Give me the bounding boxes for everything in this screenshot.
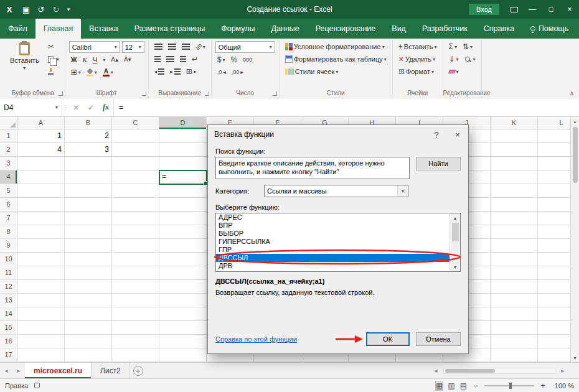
- hscroll-track[interactable]: [443, 368, 555, 374]
- cell-D10[interactable]: [159, 253, 207, 266]
- paste-button[interactable]: Вставить ▾: [5, 41, 44, 72]
- cell-K7[interactable]: [491, 212, 538, 225]
- zoom-slider-thumb[interactable]: [509, 383, 512, 389]
- cell-C15[interactable]: [112, 321, 159, 335]
- row-header-1[interactable]: 1: [0, 129, 17, 143]
- cell-K15[interactable]: [491, 321, 538, 335]
- vertical-scroll-thumb[interactable]: [573, 127, 578, 183]
- percent-style-button[interactable]: %: [228, 54, 239, 65]
- cell-K16[interactable]: [491, 335, 538, 348]
- share-button[interactable]: Общий доступ: [577, 19, 579, 39]
- find-button[interactable]: Найти: [416, 157, 461, 170]
- function-option[interactable]: ГПР: [216, 246, 450, 254]
- borders-button[interactable]: ⊞▾: [69, 67, 83, 78]
- cell-C2[interactable]: [112, 143, 159, 157]
- row-header-13[interactable]: 13: [0, 294, 17, 307]
- insert-function-icon[interactable]: fx: [98, 98, 113, 116]
- row-header-14[interactable]: 14: [0, 307, 17, 321]
- cell-B11[interactable]: [65, 266, 112, 280]
- clear-button[interactable]: ▾: [447, 66, 461, 77]
- merge-center-button[interactable]: ⊞▾: [184, 66, 198, 77]
- column-header-D[interactable]: D: [159, 117, 207, 129]
- cell-D2[interactable]: [159, 143, 207, 157]
- tab-file[interactable]: Файл: [0, 19, 35, 39]
- function-option[interactable]: АДРЕС: [216, 213, 450, 222]
- function-option[interactable]: ВЫБОР: [216, 230, 450, 238]
- cell-A11[interactable]: [17, 266, 65, 280]
- cell-K4[interactable]: [491, 170, 538, 184]
- align-middle-button[interactable]: [166, 41, 178, 52]
- hscroll-thumb[interactable]: [445, 369, 495, 373]
- cell-D14[interactable]: [159, 307, 207, 321]
- cell-B8[interactable]: [65, 225, 112, 239]
- vertical-scrollbar[interactable]: ▲ ▼: [570, 117, 579, 362]
- align-bottom-button[interactable]: [180, 41, 192, 52]
- category-select[interactable]: Ссылки и массивы ▾: [264, 185, 408, 197]
- tab-data[interactable]: Данные: [263, 19, 308, 39]
- function-option[interactable]: ВПР: [216, 222, 450, 230]
- cell-C16[interactable]: [112, 335, 159, 348]
- tab-formulas[interactable]: Формулы: [213, 19, 263, 39]
- cell-D16[interactable]: [159, 335, 207, 348]
- cell-C8[interactable]: [112, 225, 159, 239]
- cut-button[interactable]: ✂: [46, 41, 61, 52]
- dialog-close-icon[interactable]: ×: [447, 125, 468, 144]
- cell-A6[interactable]: [17, 198, 65, 212]
- cell-K17[interactable]: [491, 348, 538, 362]
- italic-button[interactable]: К: [81, 54, 89, 65]
- decrease-font-button[interactable]: А▾: [122, 54, 133, 65]
- find-select-button[interactable]: ▾: [463, 54, 478, 65]
- cell-B12[interactable]: [65, 280, 112, 294]
- hscroll-right-icon[interactable]: ▸: [557, 367, 569, 374]
- cell-D1[interactable]: [159, 129, 207, 143]
- customize-quick-access-icon[interactable]: ▾: [64, 0, 73, 19]
- cell-K1[interactable]: [491, 129, 538, 143]
- increase-font-button[interactable]: А▴: [109, 54, 120, 65]
- dialog-title-bar[interactable]: Вставка функции ? ×: [208, 125, 468, 144]
- tab-home[interactable]: Главная: [35, 19, 82, 39]
- function-option-selected[interactable]: ДВССЫЛ: [216, 254, 450, 262]
- underline-button[interactable]: Ч: [91, 54, 99, 65]
- cell-A14[interactable]: [17, 307, 65, 321]
- tab-view[interactable]: Вид: [384, 19, 414, 39]
- horizontal-scrollbar[interactable]: ◂ ▸: [430, 363, 579, 378]
- sheet-tab-microexcel[interactable]: microexcel.ru: [25, 363, 92, 378]
- cell-D6[interactable]: [159, 198, 207, 212]
- function-help-link[interactable]: Справка по этой функции: [215, 335, 297, 343]
- cell-A12[interactable]: [17, 280, 65, 294]
- cell-C9[interactable]: [112, 239, 159, 253]
- row-header-3[interactable]: 3: [0, 157, 17, 170]
- cell-K12[interactable]: [491, 280, 538, 294]
- align-left-button[interactable]: [153, 54, 162, 65]
- cell-C1[interactable]: [112, 129, 159, 143]
- cell-C4[interactable]: [112, 170, 159, 184]
- increase-indent-button[interactable]: ▸: [168, 66, 182, 77]
- cell-C5[interactable]: [112, 184, 159, 198]
- redo-icon[interactable]: ↻: [49, 0, 64, 19]
- cell-B13[interactable]: [65, 294, 112, 307]
- row-header-4[interactable]: 4: [0, 170, 17, 184]
- cell-A8[interactable]: [17, 225, 65, 239]
- cell-D7[interactable]: [159, 212, 207, 225]
- cell-C17[interactable]: [112, 348, 159, 362]
- normal-view-icon[interactable]: ▦: [436, 381, 443, 390]
- row-header-6[interactable]: 6: [0, 198, 17, 212]
- comma-style-button[interactable]: 000: [241, 54, 254, 65]
- cell-C3[interactable]: [112, 157, 159, 170]
- page-break-view-icon[interactable]: ▤: [460, 381, 467, 390]
- cancel-entry-icon[interactable]: ✕: [68, 98, 83, 116]
- scroll-down-icon[interactable]: ▼: [573, 353, 577, 362]
- cell-B10[interactable]: [65, 253, 112, 266]
- ok-button[interactable]: OK: [366, 332, 410, 346]
- list-scroll-thumb[interactable]: [452, 223, 459, 241]
- font-size-select[interactable]: 12▾: [122, 41, 144, 53]
- align-right-button[interactable]: [178, 54, 188, 65]
- sign-in-button[interactable]: Вход: [469, 4, 499, 15]
- cell-D9[interactable]: [159, 239, 207, 253]
- function-option[interactable]: ДРВ: [216, 262, 450, 270]
- save-icon[interactable]: ▣: [19, 0, 34, 19]
- cell-D11[interactable]: [159, 266, 207, 280]
- row-header-11[interactable]: 11: [0, 266, 17, 280]
- accounting-format-button[interactable]: $▾: [215, 54, 227, 65]
- format-painter-button[interactable]: [46, 66, 61, 77]
